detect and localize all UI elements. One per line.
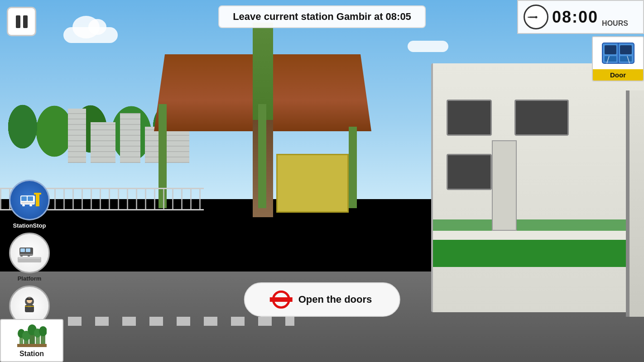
train-stripe-white [433, 231, 644, 240]
door-icon-area [593, 37, 643, 69]
station-icon-area [16, 323, 48, 348]
station-stop-label: StationStop [13, 222, 46, 229]
station-panel-button[interactable]: Station [0, 319, 63, 362]
door-panel-button[interactable]: Door [592, 36, 644, 81]
svg-point-40 [39, 326, 47, 336]
svg-rect-1 [605, 45, 616, 54]
door-icon [600, 41, 636, 66]
svg-rect-3 [605, 56, 616, 62]
svg-rect-17 [20, 248, 25, 252]
svg-rect-27 [26, 299, 33, 300]
pause-icon [16, 15, 28, 28]
station-building [276, 154, 349, 213]
green-pillar-3 [349, 127, 357, 208]
svg-rect-21 [28, 255, 30, 257]
tfl-bar [270, 297, 293, 302]
green-pillar-2 [258, 104, 266, 208]
platform-markings [68, 317, 294, 326]
svg-rect-41 [17, 344, 47, 347]
door-sidebar-icon [18, 294, 41, 318]
train-window-1 [447, 100, 492, 136]
svg-rect-30 [25, 306, 34, 307]
station-stop-icon [18, 188, 41, 212]
svg-rect-18 [26, 248, 30, 252]
building-3 [120, 113, 140, 163]
platform-button[interactable]: Platform [5, 233, 54, 282]
building-1 [68, 109, 86, 163]
building-2 [91, 122, 115, 163]
svg-rect-11 [21, 202, 35, 204]
svg-rect-23 [19, 257, 40, 259]
cloud-1 [63, 27, 118, 43]
platform-circle [9, 233, 50, 273]
open-doors-button[interactable]: Open the doors [244, 282, 400, 317]
train-stripe-green [433, 240, 644, 267]
pause-bar-left [16, 15, 20, 28]
train-stripe-top-green [433, 219, 644, 231]
svg-rect-10 [28, 196, 33, 201]
svg-rect-13 [29, 205, 32, 206]
train-door-panel [492, 140, 517, 231]
train-window-3 [447, 154, 492, 190]
platform-icon [18, 241, 41, 265]
station-icon [17, 324, 47, 347]
platform-label: Platform [18, 275, 42, 282]
svg-rect-4 [620, 56, 632, 62]
left-sidebar: StationStop Platform [5, 180, 54, 335]
train-car-2 [626, 90, 644, 317]
pause-button[interactable] [7, 7, 36, 36]
svg-rect-20 [20, 255, 23, 257]
svg-rect-15 [34, 193, 41, 195]
cloud-2 [408, 41, 448, 52]
svg-rect-12 [22, 205, 25, 206]
svg-rect-9 [21, 196, 27, 201]
svg-rect-2 [620, 45, 632, 54]
tfl-roundel-icon [272, 291, 290, 309]
train-car [431, 63, 644, 312]
door-label[interactable]: Door [593, 69, 643, 81]
station-stop-button[interactable]: StationStop [5, 180, 54, 229]
station-stop-circle [9, 180, 50, 220]
train-window-2 [514, 100, 569, 136]
station-panel-label: Station [19, 350, 44, 358]
pause-bar-right [23, 15, 28, 28]
open-doors-label: Open the doors [298, 294, 372, 305]
